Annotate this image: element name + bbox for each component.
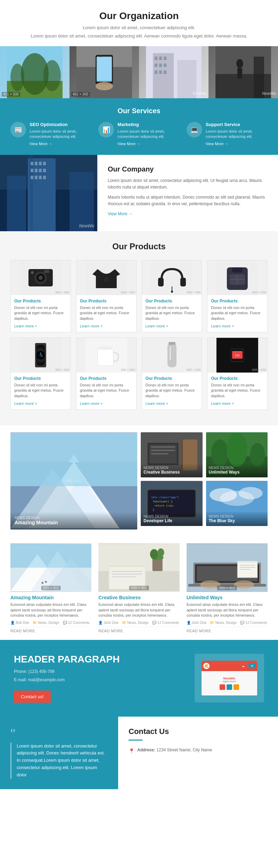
article-readmore-0[interactable]: READ MORE [10,627,91,633]
product-dim-1: 600 × 600 [121,291,135,294]
svg-rect-46 [7,176,26,231]
svg-rect-20 [164,64,166,67]
svg-rect-9 [97,57,111,80]
svg-rect-81 [168,342,175,345]
blog-sub-item-0[interactable]: NEWS DESIGN Creative Business [141,432,203,477]
product-link-2[interactable]: Learn more [146,324,169,328]
blog-sub-item-2[interactable]: <div class="app"> function() { return tr… [141,481,203,526]
support-link[interactable]: View More [206,142,229,146]
footer-section: " Lorem ipsum dolor sit amet, consectetu… [0,717,278,789]
seo-name: SEO Optimization [30,122,91,127]
company-watermark: NineWic [79,224,95,228]
article-author-1: John Doe [98,621,118,625]
cta-title: HEADER PARAGRAPH [14,654,120,665]
cta-email-address: mail@example.com [28,677,65,682]
footer-address: 📍 Address: 1234 Street Name; City Name [129,748,268,754]
product-link-0[interactable]: Learn more [14,324,37,328]
blog-sub-tag-2: NEWS DESIGN [144,515,200,518]
marketing-link[interactable]: View More [117,142,140,146]
svg-rect-17 [164,57,166,60]
seo-link[interactable]: View More [30,142,52,146]
product-desc-4: Donec id elit non mi porta gravida at eg… [14,383,67,399]
page-title: Our Organization [14,10,264,22]
product-link-4[interactable]: Learn more [14,401,37,406]
blog-sub-title-1: Unlimited Ways [209,470,265,475]
product-name-7: Our Products [211,376,264,381]
cta-device-illustration: 📶 ☁ ⚙ NineWic digital studio [195,654,264,702]
svg-point-54 [31,271,34,274]
svg-point-4 [43,60,61,91]
product-link-5[interactable]: Learn more [80,401,103,406]
product-dim-3: 600 × 600 [252,291,266,294]
product-info-5: Our Products Donec id elit non mi porta … [76,373,136,409]
svg-rect-99 [151,446,175,448]
gallery-item-2: 401 × 300 [70,46,139,98]
company-para2: Mauris lobortis nulla ut aliquet interdu… [108,194,268,207]
svg-rect-149 [238,563,256,577]
service-item-marketing: 📊 Marketing Lorem ipsum dolor sit amet, … [98,122,179,146]
brand-tagline: digital studio [220,680,239,683]
svg-point-27 [236,59,243,68]
product-info-6: Our Products Donec id elit non mi porta … [142,373,202,409]
svg-rect-59 [180,278,186,286]
article-comments-2: 12 Comments [240,621,267,625]
svg-rect-40 [43,169,46,172]
gallery-item-1: 401 × 300 [0,46,70,98]
product-link-7[interactable]: Learn more [211,401,234,406]
product-link-6[interactable]: Learn more [146,401,169,406]
marketing-content: Marketing Lorem ipsum dolor sit amet, co… [117,122,179,146]
support-name: Support Service [206,122,268,127]
blog-sub-item-3[interactable]: NEWS DESIGN The Blue Sky [206,481,268,526]
product-name-3: Our Products [211,299,264,303]
product-link-1[interactable]: Learn more [80,324,103,328]
svg-rect-151 [239,567,255,568]
product-img-5: 600 × 600 [76,338,136,373]
product-desc-6: Donec id elit non mi porta gravida at eg… [146,383,198,399]
company-link[interactable]: View More [108,211,133,216]
blog-main-item[interactable]: 550 × 412 NEWS DESIGN Amazing Mountain [10,432,137,529]
blog-sub-title-2: Developer Life [144,518,200,523]
contact-us-button[interactable]: Contact us! [14,691,51,703]
svg-text:function() {: function() { [153,500,173,503]
blog-sub-item-1[interactable]: NEWS DESIGN Unlimited Ways [206,432,268,477]
svg-rect-10 [99,56,102,57]
cta-phone-label: Phone: [14,669,27,674]
article-readmore-2[interactable]: READ MORE [187,627,268,633]
svg-rect-28 [237,68,242,78]
product-info-7: Our Products Donec id elit non mi porta … [207,373,267,409]
product-dim-5: 600 × 600 [121,368,135,372]
product-card-5: 600 × 600 Our Products Donec id elit non… [76,337,137,410]
article-desc-1: Euismod atras vulputate itrices em elit.… [98,602,179,618]
product-img-1: 600 × 600 [76,260,136,295]
svg-rect-95 [10,433,137,461]
product-card-1: 600 × 600 Our Products Donec id elit non… [76,260,137,332]
article-img-2: 550 × 412 [187,543,268,592]
article-category-1: News, Design [122,621,149,625]
product-desc-0: Donec id elit non mi porta gravida at eg… [14,305,67,321]
svg-point-134 [150,549,158,559]
brand-icon-1 [220,684,225,690]
svg-rect-47 [70,172,94,231]
footer-divider [129,740,142,741]
article-desc-2: Euismod atras vulputate itrices em elit.… [187,602,268,618]
product-desc-1: Donec id elit non mi porta gravida at eg… [80,305,133,321]
quote-mark: " [10,727,108,741]
svg-rect-138 [112,571,142,572]
cta-phone: Phone: (123) 456-789 [14,668,120,675]
support-desc: Lorem ipsum dolor sit amet, consectetuer… [206,129,268,140]
blog-right-grid: NEWS DESIGN Creative Business NEWS DESIG… [141,432,268,526]
svg-point-11 [96,82,113,90]
product-desc-7: Donec id elit non mi porta gravida at eg… [211,383,264,399]
product-link-3[interactable]: Learn more [211,324,234,328]
company-image: NineWic [0,155,97,231]
service-item-seo: 📰 SEO Optimization Lorem ipsum dolor sit… [10,122,91,146]
products-section: Our Products 600 × 600 Our Products [0,231,278,425]
svg-rect-36 [43,162,46,165]
product-img-0: 600 × 600 [11,260,71,295]
article-readmore-1[interactable]: READ MORE [98,627,179,633]
svg-rect-127 [10,544,91,568]
product-card-2: 600 × 600 Our Products Donec id elit non… [142,260,202,332]
company-section: NineWic Our Company Lorem ipsum dolor si… [0,155,278,231]
company-title: Our Company [108,165,268,173]
product-info-0: Our Products Donec id elit non mi porta … [11,295,71,332]
